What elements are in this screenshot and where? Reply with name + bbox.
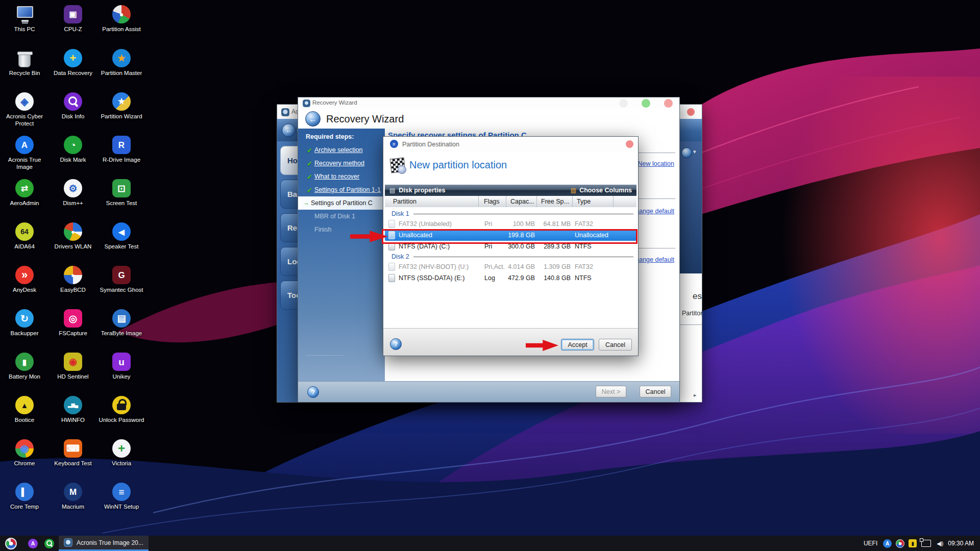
desktop-icon-image: ≡ bbox=[112, 483, 131, 501]
desktop-icon-acronis-cyber-protect[interactable]: ◈ Acronis Cyber Protect bbox=[1, 92, 48, 128]
main-close-button[interactable] bbox=[687, 108, 695, 116]
wizard-header-title: Recovery Wizard bbox=[326, 113, 404, 125]
desktop-icon-easybcd[interactable]: ● EasyBCD bbox=[50, 266, 96, 293]
new-location-link[interactable]: New location bbox=[638, 160, 674, 167]
desktop-icon-partition-assist[interactable]: ● Partition Assist bbox=[98, 5, 145, 33]
wizard-sidebar: Required steps: ✓ Archive selection ✓ Re… bbox=[298, 129, 385, 382]
desktop-icon-symantec-ghost[interactable]: G Symantec Ghost bbox=[98, 266, 145, 293]
help-icon[interactable]: ? bbox=[390, 338, 402, 350]
desktop-icon-hd-sentinel[interactable]: ◉ HD Sentinel bbox=[50, 353, 96, 380]
window-control-close[interactable] bbox=[664, 99, 673, 108]
desktop-icon-image: ▍ bbox=[15, 483, 34, 501]
desktop-icon-partition-wizard[interactable]: ★ Partition Wizard bbox=[98, 92, 145, 120]
wizard-cancel-button[interactable]: Cancel bbox=[640, 386, 671, 397]
tray-disk-icon[interactable]: ▮ bbox=[909, 539, 917, 547]
desktop-icon-winnt-setup[interactable]: ≡ WinNT Setup bbox=[98, 483, 145, 510]
wizard-step-recovery-method[interactable]: ✓ Recovery method bbox=[298, 157, 385, 170]
desktop-icon-label: Unlock Password bbox=[98, 416, 145, 423]
desktop-icon-dism[interactable]: ⚙ Dism++ bbox=[50, 179, 96, 207]
desktop-icon-image: ▲ bbox=[15, 396, 34, 414]
desktop-icon-unlock-password[interactable]: Unlock Password bbox=[98, 396, 145, 423]
dialog-close-button[interactable] bbox=[626, 140, 633, 148]
desktop-icon-cpu-z[interactable]: ▣ CPU-Z bbox=[50, 5, 96, 33]
taskbar-app-button[interactable]: Acronis True Image 20... bbox=[59, 536, 149, 551]
app-store-icon[interactable]: A bbox=[28, 539, 38, 548]
desktop-icon-label: Partition Assist bbox=[98, 26, 145, 33]
desktop-icon-label: Dism++ bbox=[50, 199, 96, 207]
desktop-icon-image bbox=[15, 49, 34, 67]
wizard-back-icon[interactable]: ← bbox=[305, 111, 321, 127]
desktop-icon-macrium[interactable]: M Macrium bbox=[50, 483, 96, 510]
column-header-partition[interactable]: Partition bbox=[385, 196, 479, 207]
desktop-icon-backupper[interactable]: ↻ Backupper bbox=[1, 309, 48, 337]
column-header-capac[interactable]: Capac... bbox=[506, 196, 537, 207]
desktop-icon-hwinfo[interactable]: ▂▆▄ HWiNFO bbox=[50, 396, 96, 423]
desktop-icon-terabyte-image[interactable]: ▤ TeraByte Image bbox=[98, 309, 145, 337]
window-control-maximize[interactable] bbox=[642, 99, 650, 108]
desktop-icon-screen-test[interactable]: ⊡ Screen Test bbox=[98, 179, 145, 207]
step-status-icon: ✓ bbox=[305, 146, 314, 154]
wizard-step-archive-selection[interactable]: ✓ Archive selection bbox=[298, 143, 385, 157]
chevron-down-icon[interactable]: ▾ bbox=[693, 148, 696, 155]
column-header-free-sp[interactable]: Free Sp... bbox=[537, 196, 573, 207]
desktop-icon-anydesk[interactable]: » AnyDesk bbox=[1, 266, 48, 293]
wizard-step-settings-of-partition-c[interactable]: → Settings of Partition C bbox=[298, 196, 385, 210]
desktop-icon-data-recovery[interactable]: + Data Recovery bbox=[50, 49, 96, 77]
taskbar-search-icon[interactable] bbox=[44, 539, 54, 548]
acronis-task-icon bbox=[64, 538, 72, 547]
volume-icon[interactable]: ◀)) bbox=[937, 540, 943, 546]
desktop-icon-aida64[interactable]: 64 AIDA64 bbox=[1, 222, 48, 250]
desktop-icon-image: ◀ bbox=[112, 222, 131, 241]
window-control-minimize[interactable] bbox=[619, 99, 628, 108]
desktop-icon-victoria[interactable]: + Victoria bbox=[98, 439, 145, 467]
drive-icon bbox=[388, 263, 395, 271]
desktop-icon-chrome[interactable]: ◉ Chrome bbox=[1, 439, 48, 467]
desktop-icon-unikey[interactable]: u Unikey bbox=[98, 353, 145, 380]
desktop-icon-partition-master[interactable]: ★ Partition Master bbox=[98, 49, 145, 77]
clock[interactable]: 09:30 AM bbox=[948, 540, 974, 547]
dialog-title: Partition Destination bbox=[402, 141, 459, 148]
step-status-icon: ✓ bbox=[305, 173, 314, 181]
gear-icon bbox=[398, 165, 406, 174]
desktop-icon-r-drive-image[interactable]: R R-Drive Image bbox=[98, 136, 145, 163]
desktop-icon-disk-mark[interactable]: ◔ Disk Mark bbox=[50, 136, 96, 163]
choose-columns-button[interactable]: ▧ Choose Columns bbox=[571, 187, 636, 194]
desktop-icon-image: 64 bbox=[15, 222, 34, 241]
desktop-icon-recycle-bin[interactable]: Recycle Bin bbox=[1, 49, 48, 77]
desktop-icon-label: Speaker Test bbox=[98, 243, 145, 250]
start-button-icon[interactable] bbox=[5, 538, 17, 549]
desktop-icon-fscapture[interactable]: ◎ FSCapture bbox=[50, 309, 96, 337]
desktop-icon-keyboard-test[interactable]: ⌨ Keyboard Test bbox=[50, 439, 96, 467]
desktop-icon-acronis-true-image[interactable]: A Acronis True Image bbox=[1, 136, 48, 171]
dialog-cancel-button[interactable]: Cancel bbox=[599, 339, 632, 350]
scroll-right-icon[interactable]: ▸ bbox=[694, 392, 697, 398]
network-icon[interactable] bbox=[921, 540, 931, 547]
wizard-step-settings-of-partition-1-1[interactable]: ✓ Settings of Partition 1-1 bbox=[298, 183, 385, 196]
next-button[interactable]: Next > bbox=[596, 386, 626, 397]
partition-row-fat32-nhv-boot-u[interactable]: FAT32 (NHV-BOOT) (U:) Pri,Act. 4.014 GB … bbox=[385, 261, 636, 272]
desktop-icon-battery-mon[interactable]: ▮ Battery Mon bbox=[1, 353, 48, 380]
accept-button[interactable]: Accept bbox=[561, 339, 594, 350]
desktop-icon-disk-info[interactable]: Disk Info bbox=[50, 92, 96, 120]
column-header-flags[interactable]: Flags bbox=[479, 196, 506, 207]
divider bbox=[679, 324, 702, 325]
wizard-step-what-to-recover[interactable]: ✓ What to recover bbox=[298, 170, 385, 183]
desktop-icon-label: Disk Mark bbox=[50, 156, 96, 163]
desktop-icon-aeroadmin[interactable]: ⇄ AeroAdmin bbox=[1, 179, 48, 207]
tray-os-logo-icon[interactable] bbox=[896, 539, 904, 548]
help-icon[interactable]: ? bbox=[307, 386, 319, 398]
partition-row-fat32-unlabeled[interactable]: FAT32 (Unlabeled) Pri 100 MB 64.81 MB FA… bbox=[385, 218, 636, 230]
desktop-icon-drivers-wlan[interactable]: ● Drivers WLAN bbox=[50, 222, 96, 250]
dialog-titlebar: ≡ Partition Destination bbox=[383, 137, 638, 152]
desktop-icon-bootice[interactable]: ▲ Bootice bbox=[1, 396, 48, 423]
main-back-icon[interactable]: ← bbox=[282, 123, 296, 137]
column-header-type[interactable]: Type bbox=[573, 196, 614, 207]
main-help-orb-icon[interactable] bbox=[681, 147, 692, 158]
desktop-icon-label: Acronis Cyber Protect bbox=[1, 113, 48, 128]
tray-app-store-icon[interactable]: A bbox=[883, 539, 892, 548]
partition-row-ntfs-ssd-data-e[interactable]: NTFS (SSD-DATA) (E:) Log 472.9 GB 140.8 … bbox=[385, 272, 636, 284]
desktop-icon-core-temp[interactable]: ▍ Core Temp bbox=[1, 483, 48, 510]
desktop-icon-speaker-test[interactable]: ◀ Speaker Test bbox=[98, 222, 145, 250]
column-header-empty[interactable] bbox=[614, 196, 636, 207]
desktop-icon-this-pc[interactable]: This PC bbox=[1, 5, 48, 33]
